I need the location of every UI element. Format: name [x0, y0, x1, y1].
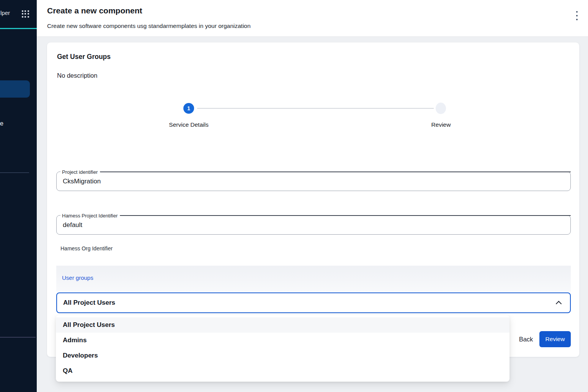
harness-project-identifier-input[interactable]	[57, 216, 570, 234]
dropdown-option-developers[interactable]: Developers	[56, 348, 510, 363]
harness-org-identifier-label: Hamess Org Identifier	[60, 245, 113, 252]
brand-text-fragment: lper	[0, 10, 10, 16]
dropdown-option-qa[interactable]: QA	[56, 363, 510, 379]
user-groups-select-value: All Project Users	[63, 293, 115, 312]
dropdown-option-admins[interactable]: Admins	[56, 333, 510, 348]
back-button[interactable]: Back	[512, 331, 540, 347]
sidebar-item-label-fragment[interactable]: e	[0, 120, 3, 127]
app-window: lper e Create a new component Create new…	[0, 0, 588, 392]
page-subtitle: Create new software components usg stand…	[47, 23, 251, 29]
project-identifier-input[interactable]	[57, 172, 570, 191]
stepper-step-2-label: Review	[399, 121, 483, 128]
sidebar-item-selected[interactable]	[0, 80, 30, 98]
chevron-up-icon	[556, 301, 562, 307]
sidebar-divider	[0, 337, 36, 338]
user-groups-select[interactable]: All Project Users	[56, 292, 571, 313]
kebab-menu-icon[interactable]	[574, 11, 580, 20]
sidebar: lper e	[0, 0, 37, 392]
apps-grid-icon[interactable]	[22, 10, 29, 18]
stepper-connector-line	[197, 108, 434, 109]
template-form-card: Get User Groups No description 1 Service…	[47, 42, 580, 357]
stepper-step-1-label: Service Details	[147, 121, 231, 128]
harness-project-identifier-field: Hamess Project Identifier	[56, 215, 571, 235]
template-description: No description	[57, 72, 97, 79]
review-button[interactable]: Review	[539, 331, 571, 347]
sidebar-accent-line	[0, 28, 37, 29]
project-identifier-field: Project identifier	[56, 172, 571, 191]
page-header: Create a new component Create new softwa…	[37, 0, 588, 37]
dropdown-option-all-project-users[interactable]: All Project Users	[56, 317, 510, 333]
stepper-step-2-circle	[436, 103, 446, 114]
sidebar-divider	[0, 172, 29, 173]
template-title: Get User Groups	[57, 53, 111, 61]
user-groups-dropdown-menu: All Project Users Admins Developers QA	[56, 315, 510, 382]
page-title: Create a new component	[47, 6, 142, 15]
user-groups-section	[56, 266, 571, 292]
user-groups-link[interactable]: User groups	[62, 274, 93, 281]
stepper-step-1-circle: 1	[183, 103, 194, 114]
